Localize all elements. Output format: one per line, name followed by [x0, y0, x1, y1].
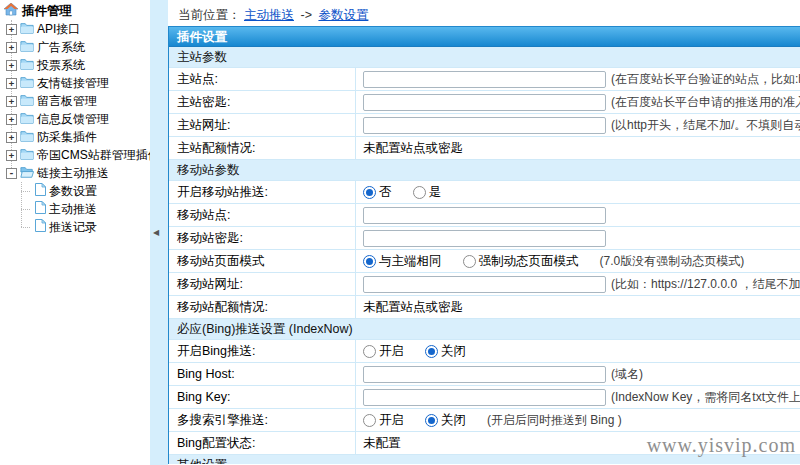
settings-form: 主站参数主站点:(在百度站长平台验证的站点，比如:http)主站密匙:(在百度站… [169, 47, 800, 464]
folder-icon [20, 94, 34, 109]
form-row: 主站网址:(以http开头，结尾不加/。不填则自动获取 [169, 114, 800, 137]
radio-option-label: 关闭 [441, 412, 466, 429]
expand-box-icon[interactable]: + [6, 114, 17, 125]
form-row: 多搜索引擎推送:开启关闭(开启后同时推送到 Bing ) [169, 409, 800, 432]
breadcrumb-link-push[interactable]: 主动推送 [244, 8, 294, 22]
expand-box-icon[interactable]: + [6, 78, 17, 89]
sidebar-item-0[interactable]: +API接口 [2, 20, 150, 38]
text-input[interactable] [363, 389, 606, 406]
field-value-cell: 未配置站点或密匙 [356, 299, 800, 316]
form-row: 移动站网址:(比如：https://127.0.0.0 ，结尾不加"/"，) [169, 273, 800, 296]
field-hint: (域名) [611, 366, 643, 383]
field-value-cell: (在百度站长平台验证的站点，比如:http) [356, 71, 800, 88]
radio-option-label: 是 [429, 184, 442, 201]
radio-button-icon[interactable] [363, 186, 376, 199]
text-input[interactable] [363, 94, 606, 111]
expand-box-icon[interactable]: + [6, 96, 17, 107]
sidebar-item-label[interactable]: 友情链接管理 [37, 75, 109, 92]
radio-option-label: 与主端相同 [379, 253, 442, 270]
section-header-0: 主站参数 [169, 47, 800, 68]
app-window: 插件管理 +API接口+广告系统+投票系统+友情链接管理+留言板管理+信息反馈管… [0, 0, 800, 465]
field-label: 开启Bing推送: [169, 340, 356, 362]
field-value-cell: (在百度站长平台申请的推送用的准入密钥) [356, 94, 800, 111]
radio-button-icon[interactable] [363, 345, 376, 358]
field-hint: (在百度站长平台验证的站点，比如:http) [611, 71, 800, 88]
field-label: 主站密匙: [169, 91, 356, 113]
expand-box-icon[interactable]: + [6, 24, 17, 35]
text-input[interactable] [363, 207, 606, 224]
sidebar-item-3[interactable]: +友情链接管理 [2, 74, 150, 92]
radio-button-icon[interactable] [363, 414, 376, 427]
text-input[interactable] [363, 366, 606, 383]
text-input[interactable] [363, 71, 606, 88]
field-value-cell: 否是 [356, 184, 800, 201]
sidebar-collapse-strip[interactable]: ◀ [150, 0, 168, 465]
radio-button-icon[interactable] [463, 255, 476, 268]
expand-box-icon[interactable]: + [6, 132, 17, 143]
field-value-cell: 未配置 [356, 435, 800, 452]
sidebar-item-8[interactable]: -链接主动推送 [2, 164, 150, 182]
radio-button-icon[interactable] [425, 414, 438, 427]
sidebar: 插件管理 +API接口+广告系统+投票系统+友情链接管理+留言板管理+信息反馈管… [0, 0, 150, 465]
sidebar-child-label[interactable]: 参数设置 [49, 183, 97, 200]
radio-option[interactable]: 关闭 [425, 412, 466, 429]
text-input[interactable] [363, 276, 606, 293]
section-header-2: 必应(Bing)推送设置 (IndexNow) [169, 319, 800, 340]
collapse-arrow-icon[interactable]: ◀ [153, 228, 159, 238]
radio-option[interactable]: 是 [413, 184, 442, 201]
folder-icon [20, 58, 34, 73]
expand-box-icon[interactable]: + [6, 150, 17, 161]
sidebar-child-item-2[interactable]: 推送记录 [12, 218, 150, 236]
radio-option[interactable]: 关闭 [425, 343, 466, 360]
radio-option[interactable]: 开启 [363, 412, 404, 429]
radio-button-icon[interactable] [425, 345, 438, 358]
form-row: 移动站页面模式与主端相同强制动态页面模式(7.0版没有强制动态页模式) [169, 250, 800, 273]
sidebar-item-label[interactable]: 信息反馈管理 [37, 111, 109, 128]
field-value-cell [356, 230, 800, 247]
radio-button-icon[interactable] [413, 186, 426, 199]
expand-box-icon[interactable]: + [6, 42, 17, 53]
sidebar-item-1[interactable]: +广告系统 [2, 38, 150, 56]
doc-icon [35, 219, 46, 235]
sidebar-item-label[interactable]: 投票系统 [37, 57, 85, 74]
form-row: 移动站配额情况:未配置站点或密匙 [169, 296, 800, 319]
form-row: Bing Host:(域名) [169, 363, 800, 386]
folder-icon [20, 130, 34, 145]
sidebar-child-item-1[interactable]: 主动推送 [12, 200, 150, 218]
sidebar-child-label[interactable]: 推送记录 [49, 219, 97, 236]
folder-icon [20, 76, 34, 91]
text-input[interactable] [363, 117, 606, 134]
sidebar-item-label[interactable]: 留言板管理 [37, 93, 97, 110]
expand-box-icon[interactable]: + [6, 60, 17, 71]
sidebar-item-label[interactable]: 帝国CMS站群管理插件 [37, 147, 150, 164]
plugin-tree: +API接口+广告系统+投票系统+友情链接管理+留言板管理+信息反馈管理+防采集… [2, 20, 150, 236]
field-label: 移动站页面模式 [169, 250, 356, 272]
sidebar-item-7[interactable]: +帝国CMS站群管理插件 [2, 146, 150, 164]
sidebar-item-label[interactable]: 链接主动推送 [37, 165, 109, 182]
text-input[interactable] [363, 230, 606, 247]
radio-option-label: 开启 [379, 343, 404, 360]
sidebar-item-4[interactable]: +留言板管理 [2, 92, 150, 110]
sidebar-item-2[interactable]: +投票系统 [2, 56, 150, 74]
field-hint: (7.0版没有强制动态页模式) [600, 253, 745, 270]
field-label: 主站网址: [169, 114, 356, 136]
sidebar-child-label[interactable]: 主动推送 [49, 201, 97, 218]
breadcrumb-link-params[interactable]: 参数设置 [318, 8, 368, 22]
radio-option[interactable]: 强制动态页面模式 [463, 253, 579, 270]
radio-option[interactable]: 开启 [363, 343, 404, 360]
sidebar-item-6[interactable]: +防采集插件 [2, 128, 150, 146]
radio-option-label: 否 [379, 184, 392, 201]
collapse-box-icon[interactable]: - [6, 168, 17, 179]
sidebar-child-item-0[interactable]: 参数设置 [12, 182, 150, 200]
sidebar-item-label[interactable]: 广告系统 [37, 39, 85, 56]
field-label: 主站配额情况: [169, 137, 356, 159]
field-value-cell: 开启关闭(开启后同时推送到 Bing ) [356, 412, 800, 429]
form-row: 移动站密匙: [169, 227, 800, 250]
sidebar-item-label[interactable]: API接口 [37, 21, 80, 38]
doc-icon [35, 201, 46, 217]
sidebar-item-5[interactable]: +信息反馈管理 [2, 110, 150, 128]
radio-option[interactable]: 否 [363, 184, 392, 201]
radio-button-icon[interactable] [363, 255, 376, 268]
sidebar-item-label[interactable]: 防采集插件 [37, 129, 97, 146]
radio-option[interactable]: 与主端相同 [363, 253, 442, 270]
